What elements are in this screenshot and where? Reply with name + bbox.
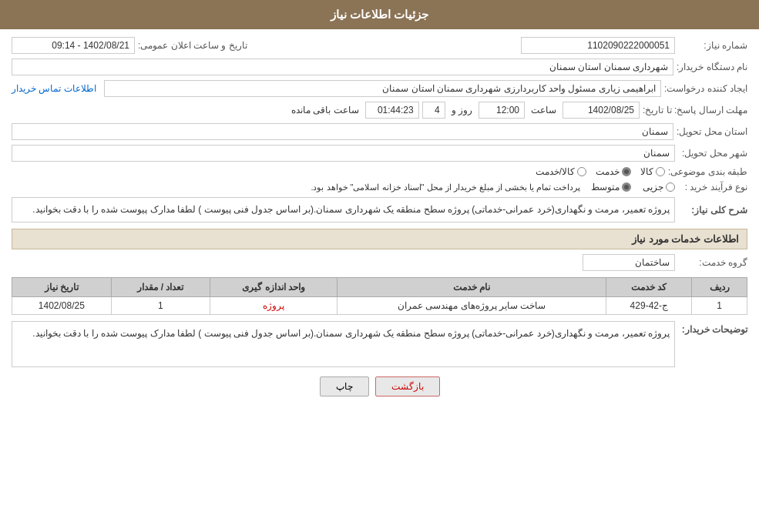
service-group-field: ساختمان <box>583 254 675 271</box>
col-code: کد خدمت <box>606 278 692 297</box>
cell-unit: پروژه <box>210 297 338 315</box>
deadline-time-label: ساعت <box>531 105 556 115</box>
announce-time-value: 1402/08/21 - 09:14 <box>52 40 129 51</box>
deadline-time-value: 12:00 <box>496 105 519 115</box>
service-group-value: ساختمان <box>635 257 670 268</box>
province-row: استان محل تحویل: سمنان <box>12 123 747 140</box>
purchase-option-motavaset[interactable]: متوسط <box>591 182 631 192</box>
deadline-remaining-label: ساعت باقی مانده <box>291 105 359 115</box>
purchase-jozi-label: جزیی <box>643 182 663 192</box>
col-unit: واحد اندازه گیری <box>210 278 338 297</box>
purchase-type-row: نوع فرآیند خرید : جزیی متوسط پرداخت تمام… <box>12 182 747 192</box>
cell-name: ساخت سایر پروژه‌های مهندسی عمران <box>337 297 606 315</box>
radio-motavaset <box>622 182 631 192</box>
creator-value: ابراهیمی زیاری مسئول واحد کاربردارزی شهر… <box>382 83 656 94</box>
city-row: شهر محل تحویل: سمنان <box>12 145 747 162</box>
services-section-header: اطلاعات خدمات مورد نیاز <box>12 229 747 249</box>
cell-date: 1402/08/25 <box>12 297 112 315</box>
buyer-desc-text: پروژه تعمیر، مرمت و نگهداری(خرد عمرانی-خ… <box>32 328 670 339</box>
cell-row: 1 <box>692 297 747 315</box>
purchase-type-label: نوع فرآیند خرید : <box>678 182 747 192</box>
need-desc-box: پروژه تعمیر، مرمت و نگهداری(خرد عمرانی-خ… <box>12 197 675 223</box>
city-field: سمنان <box>12 145 675 162</box>
creator-row: ایجاد کننده درخواست: ابراهیمی زیاری مسئو… <box>12 80 747 97</box>
purchase-motavaset-label: متوسط <box>591 182 620 192</box>
radio-jozi <box>666 182 675 192</box>
buyer-desc-box: پروژه تعمیر، مرمت و نگهداری(خرد عمرانی-خ… <box>12 321 675 367</box>
col-quantity: تعداد / مقدار <box>111 278 210 297</box>
radio-khedmat <box>622 167 631 176</box>
unit-link[interactable]: پروژه <box>263 300 284 311</box>
org-name-value: شهرداری سمنان استان سمنان <box>549 62 668 72</box>
print-button[interactable]: چاپ <box>320 376 369 396</box>
announce-time-label: تاریخ و ساعت اعلان عمومی: <box>138 40 247 51</box>
buyer-desc-row: توضیحات خریدار: پروژه تعمیر، مرمت و نگهد… <box>12 321 747 367</box>
need-desc-text: پروژه تعمیر، مرمت و نگهداری(خرد عمرانی-خ… <box>32 204 670 215</box>
deadline-date-field: 1402/08/25 <box>563 102 640 119</box>
purchase-option-jozi[interactable]: جزیی <box>643 182 675 192</box>
category-options: کالا خدمت کالا/خدمت <box>536 166 665 177</box>
creator-field: ابراهیمی زیاری مسئول واحد کاربردارزی شهر… <box>104 80 661 97</box>
service-group-label: گروه خدمت: <box>678 257 747 268</box>
cell-quantity: 1 <box>111 297 210 315</box>
city-label: شهر محل تحویل: <box>678 148 747 159</box>
deadline-days-field: 4 <box>422 102 445 119</box>
page-title: جزئیات اطلاعات نیاز <box>331 8 428 21</box>
deadline-row: مهلت ارسال پاسخ: تا تاریخ: 1402/08/25 سا… <box>12 102 747 119</box>
category-khedmat-label: خدمت <box>596 166 620 177</box>
creator-label: ایجاد کننده درخواست: <box>664 83 747 94</box>
main-content: شماره نیاز: 1102090222000051 تاریخ و ساع… <box>0 29 759 413</box>
radio-kala <box>656 167 665 176</box>
need-number-label: شماره نیاز: <box>678 40 747 51</box>
category-option-khedmat[interactable]: خدمت <box>596 166 631 177</box>
deadline-remaining-field: 01:44:23 <box>365 102 419 119</box>
deadline-days-label: روز و <box>452 105 472 115</box>
contact-link[interactable]: اطلاعات تماس خریدار <box>12 83 96 94</box>
col-row: ردیف <box>692 278 747 297</box>
announce-time-field: 1402/08/21 - 09:14 <box>12 37 135 54</box>
org-name-field: شهرداری سمنان استان سمنان <box>12 59 673 75</box>
deadline-remaining-value: 01:44:23 <box>378 105 414 115</box>
need-number-row: شماره نیاز: 1102090222000051 تاریخ و ساع… <box>12 37 747 54</box>
category-kala-label: کالا <box>640 166 653 177</box>
org-name-label: نام دستگاه خریدار: <box>677 62 747 72</box>
table-row: 1 ج-42-429 ساخت سایر پروژه‌های مهندسی عم… <box>12 297 747 315</box>
page-container: جزئیات اطلاعات نیاز شماره نیاز: 11020902… <box>0 0 759 532</box>
category-row: طبقه بندی موضوعی: کالا خدمت کالا/خدمت <box>12 166 747 177</box>
need-desc-label: شرح کلی نیاز: <box>678 205 747 216</box>
category-option-kala-khedmat[interactable]: کالا/خدمت <box>536 166 586 177</box>
category-kala-khedmat-label: کالا/خدمت <box>536 166 575 177</box>
province-field: سمنان <box>12 123 673 140</box>
purchase-options-group: جزیی متوسط <box>591 182 675 192</box>
page-header: جزئیات اطلاعات نیاز <box>0 0 759 29</box>
need-number-field: 1102090222000051 <box>521 37 675 54</box>
buyer-desc-label: توضیحات خریدار: <box>678 321 747 335</box>
deadline-date-value: 1402/08/25 <box>588 105 634 115</box>
col-name: نام خدمت <box>337 278 606 297</box>
province-value: سمنان <box>642 126 668 137</box>
province-label: استان محل تحویل: <box>677 126 747 137</box>
org-name-row: نام دستگاه خریدار: شهرداری سمنان استان س… <box>12 59 747 75</box>
services-table-section: ردیف کد خدمت نام خدمت واحد اندازه گیری ت… <box>12 277 747 315</box>
services-table: ردیف کد خدمت نام خدمت واحد اندازه گیری ت… <box>12 277 747 315</box>
category-option-kala[interactable]: کالا <box>640 166 665 177</box>
purchase-note: پرداخت تمام یا بخشی از مبلغ خریدار از مح… <box>311 182 580 192</box>
deadline-time-field: 12:00 <box>479 102 525 119</box>
category-label: طبقه بندی موضوعی: <box>668 166 747 177</box>
table-header-row: ردیف کد خدمت نام خدمت واحد اندازه گیری ت… <box>12 278 747 297</box>
cell-code: ج-42-429 <box>606 297 692 315</box>
service-group-row: گروه خدمت: ساختمان <box>12 254 747 271</box>
back-button[interactable]: بازگشت <box>375 376 440 396</box>
radio-kala-khedmat <box>577 167 586 176</box>
need-desc-row: شرح کلی نیاز: پروژه تعمیر، مرمت و نگهدار… <box>12 197 747 223</box>
col-date: تاریخ نیاز <box>12 278 112 297</box>
deadline-days-value: 4 <box>435 105 440 115</box>
button-row: بازگشت چاپ <box>12 376 747 396</box>
need-number-value: 1102090222000051 <box>587 40 670 51</box>
city-value: سمنان <box>643 148 670 159</box>
deadline-label: مهلت ارسال پاسخ: تا تاریخ: <box>643 105 747 115</box>
